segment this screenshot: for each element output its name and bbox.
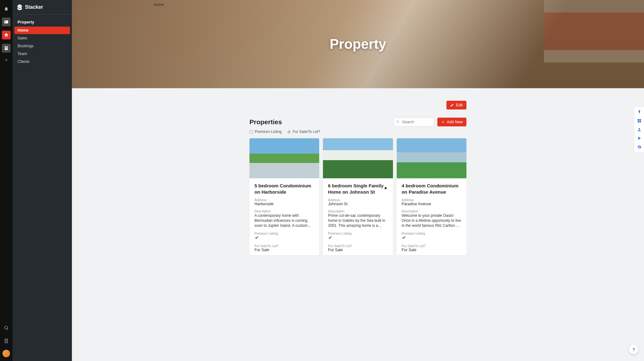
grid-icon[interactable]	[637, 119, 641, 123]
check-icon	[402, 235, 461, 241]
premium-label: Premium Listing	[254, 231, 314, 235]
filter-sale[interactable]: For Sale/To Let?	[287, 130, 320, 134]
play-icon[interactable]	[637, 136, 641, 140]
description-value: A contemporary home with Bermudian influ…	[254, 213, 314, 228]
svg-rect-11	[639, 121, 641, 123]
nav-home[interactable]: Home	[14, 27, 70, 34]
edit-button[interactable]: Edit	[446, 101, 466, 109]
add-app-icon[interactable]: +	[5, 57, 8, 64]
content: Edit Properties Add New Premium Listing	[249, 88, 466, 274]
avatar[interactable]	[3, 350, 10, 357]
sale-value: For Sale	[328, 248, 388, 252]
card-image	[249, 138, 319, 178]
radio-icon	[287, 130, 291, 134]
sidebar-title: Property	[14, 18, 70, 26]
premium-label: Premium Listing	[328, 231, 388, 235]
app-card-icon[interactable]	[2, 18, 11, 26]
nav-bookings[interactable]: Bookings	[14, 42, 70, 50]
property-card[interactable]: 5 bedroom Condominium on Harborside Addr…	[249, 138, 319, 255]
nav-team[interactable]: Team	[14, 50, 70, 58]
nav-sales[interactable]: Sales	[14, 34, 70, 42]
card-title: 6 bedroom Single Family Home on Johnson …	[328, 183, 388, 195]
brand-logo-icon	[16, 4, 23, 11]
check-icon	[254, 235, 314, 241]
card-image	[397, 138, 466, 178]
sidebar: Stacker Property Home Sales Bookings Tea…	[13, 0, 72, 361]
help-button[interactable]: ?	[629, 345, 638, 354]
add-new-label: Add New	[447, 120, 463, 124]
brand[interactable]: Stacker	[13, 0, 72, 14]
sale-value: For Sale	[402, 248, 461, 252]
list-title: Properties	[249, 118, 282, 126]
edit-label: Edit	[456, 103, 463, 107]
address-label: Address	[254, 198, 314, 202]
nav-clients[interactable]: Clients	[14, 58, 70, 65]
app-home-icon[interactable]	[2, 31, 11, 39]
sale-label: For Sale/To Let?	[402, 244, 461, 248]
premium-label: Premium Listing	[402, 231, 461, 235]
paint-icon[interactable]	[637, 110, 641, 114]
notifications-icon[interactable]	[2, 4, 11, 13]
svg-point-12	[638, 128, 640, 130]
svg-rect-9	[639, 119, 641, 121]
description-label: Description	[328, 209, 388, 213]
address-label: Address	[328, 198, 388, 202]
app-doc-icon[interactable]	[2, 44, 11, 53]
check-icon	[328, 235, 388, 241]
svg-rect-10	[637, 121, 639, 123]
sale-label: For Sale/To Let?	[254, 244, 314, 248]
gear-icon[interactable]	[637, 145, 641, 149]
checkbox-icon	[249, 130, 253, 134]
brand-name: Stacker	[25, 4, 43, 10]
svg-rect-6	[5, 339, 8, 343]
property-card[interactable]: 4 bedroom Condominium on Paradise Avenue…	[397, 138, 466, 255]
right-rail	[634, 106, 644, 153]
icon-rail: +	[0, 0, 13, 361]
property-card[interactable]: 6 bedroom Single Family Home on Johnson …	[323, 138, 393, 255]
svg-point-7	[396, 120, 399, 123]
building-icon[interactable]	[2, 337, 11, 345]
svg-rect-8	[637, 119, 639, 121]
address-value: Johnson St	[328, 202, 388, 206]
card-title: 5 bedroom Condominium on Harborside	[254, 183, 314, 195]
description-label: Description	[402, 209, 461, 213]
search-box	[394, 118, 434, 126]
filter-sale-label: For Sale/To Let?	[293, 130, 320, 134]
cards-grid: 5 bedroom Condominium on Harborside Addr…	[249, 138, 466, 255]
description-value: Prime cul-de-sac contemporary home in Ga…	[328, 213, 388, 228]
svg-point-5	[5, 326, 8, 329]
address-value: Paradise Avenue	[402, 202, 461, 206]
main: Home Property Edit Properties Add New	[72, 0, 644, 361]
pencil-icon	[450, 103, 454, 107]
sale-label: For Sale/To Let?	[328, 244, 388, 248]
filter-premium-label: Premium Listing	[255, 130, 282, 134]
svg-rect-3	[5, 47, 7, 48]
address-label: Address	[402, 198, 461, 202]
user-icon[interactable]	[637, 127, 641, 132]
plus-icon	[441, 120, 445, 124]
filter-premium[interactable]: Premium Listing	[249, 130, 282, 134]
description-label: Description	[254, 209, 314, 213]
add-new-button[interactable]: Add New	[437, 118, 466, 126]
card-image	[323, 138, 393, 178]
breadcrumb[interactable]: Home	[154, 3, 164, 7]
svg-rect-1	[5, 21, 6, 21]
card-title: 4 bedroom Condominium on Paradise Avenue	[402, 183, 461, 195]
search-input[interactable]	[394, 118, 434, 126]
hero: Home Property	[72, 0, 644, 88]
address-value: Harborside	[254, 202, 314, 206]
svg-rect-4	[5, 48, 7, 48]
search-icon[interactable]	[2, 323, 11, 332]
svg-rect-0	[4, 20, 8, 23]
sale-value: For Sale	[254, 248, 314, 252]
search-input-icon	[396, 120, 400, 124]
hero-title: Property	[330, 36, 386, 52]
description-value: Welcome to your private Oasis! Once in a…	[402, 213, 461, 228]
